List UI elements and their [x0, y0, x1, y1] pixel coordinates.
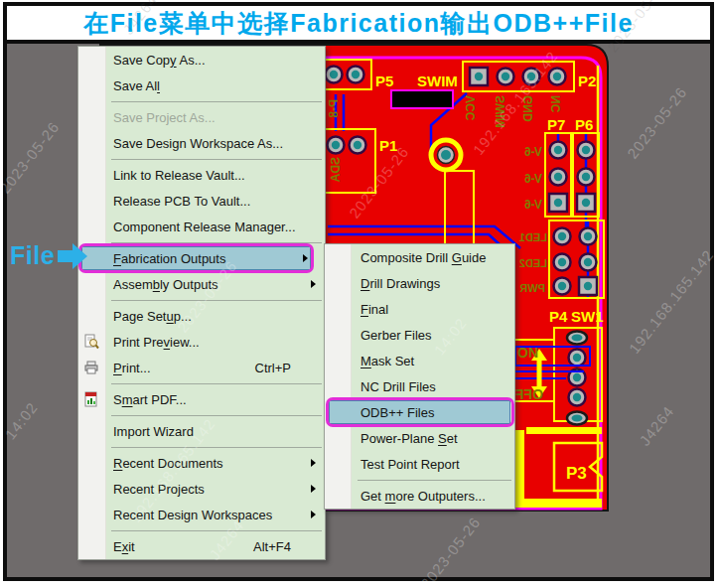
- menu-item-final[interactable]: Final: [325, 296, 514, 322]
- menu-item-mask-set[interactable]: Mask Set: [325, 348, 514, 373]
- menu-item-label: Recent Projects: [113, 482, 205, 497]
- menu-item-exit[interactable]: ExitAlt+F4: [78, 533, 325, 559]
- submenu-rows: Composite Drill GuideDrill DrawingsFinal…: [325, 244, 514, 509]
- title-divider: [7, 40, 710, 44]
- menu-item-import-wizard[interactable]: Import Wizard: [78, 418, 325, 444]
- menu-item-test-point-report[interactable]: Test Point Report: [325, 451, 514, 477]
- pcb-pin-p8: P-8: [327, 99, 341, 118]
- pcb-label-p7: P7: [547, 116, 565, 133]
- submenu-arrow-icon: [311, 280, 316, 288]
- menu-item-label: Test Point Report: [360, 457, 460, 472]
- menu-item-print[interactable]: Print...Ctrl+P: [78, 355, 325, 380]
- smart-pdf-icon: [83, 391, 99, 407]
- menu-item-label: Drill Drawings: [360, 276, 440, 291]
- menu-item-save-project-as[interactable]: Save Project As...: [78, 104, 325, 130]
- menu-item-page-setup[interactable]: Page Setup...: [78, 303, 325, 329]
- file-menu-rows: Save Copy As...Save AllSave Project As..…: [78, 47, 325, 559]
- pcb-pin-on: ON: [517, 345, 538, 361]
- menu-item-label: Final: [360, 302, 388, 317]
- menu-item-save-design-workspace-as[interactable]: Save Design Workspace As...: [78, 130, 325, 156]
- menu-item-label: Component Release Manager...: [113, 220, 296, 234]
- pcb-pin-led2: LED2: [519, 257, 547, 269]
- menu-item-label: Mask Set: [360, 354, 414, 368]
- menu-item-label: Save Copy As...: [113, 53, 206, 68]
- menu-item-label: Assembly Outputs: [113, 277, 218, 292]
- menu-shortcut: Alt+F4: [253, 539, 325, 554]
- menu-item-smart-pdf[interactable]: Smart PDF...: [78, 386, 325, 412]
- screenshot: P5 SWIM P2 P7 P6 P1 P4 SW1 P3 VCC SWIM G…: [0, 0, 720, 588]
- menu-item-label: Print...: [113, 361, 151, 375]
- menu-item-label: Smart PDF...: [113, 392, 187, 407]
- menu-item-recent-documents[interactable]: Recent Documents: [78, 450, 325, 476]
- menu-item-assembly-outputs[interactable]: Assembly Outputs: [78, 271, 325, 297]
- menu-item-label: Page Setup...: [113, 309, 192, 324]
- menu-item-composite-drill-guide[interactable]: Composite Drill Guide: [325, 244, 514, 270]
- pcb-pin-gnd: GND: [521, 95, 535, 122]
- menu-item-label: Gerber Files: [360, 328, 432, 343]
- submenu-arrow-icon: [311, 511, 316, 518]
- file-callout: File: [10, 241, 87, 270]
- pcb-label-swim: SWIM: [417, 73, 458, 89]
- pcb-component-body: [391, 90, 453, 108]
- pcb-pin-sda: SDA: [329, 157, 343, 183]
- pcb-label-p2: P2: [578, 73, 596, 89]
- menu-item-recent-design-workspaces[interactable]: Recent Design Workspaces: [78, 502, 325, 527]
- menu-item-gerber-files[interactable]: Gerber Files: [325, 322, 514, 348]
- menu-item-label: Get more Outputers...: [360, 489, 486, 504]
- menu-item-nc-drill-files[interactable]: NC Drill Files: [325, 373, 514, 399]
- menu-shortcut: Ctrl+P: [255, 361, 325, 375]
- menu-item-component-release-manager[interactable]: Component Release Manager...: [78, 214, 325, 239]
- menu-item-drill-drawings[interactable]: Drill Drawings: [325, 270, 514, 296]
- submenu-arrow-icon: [311, 459, 316, 467]
- file-callout-label: File: [10, 241, 55, 270]
- menu-item-get-more-outputers[interactable]: Get more Outputers...: [325, 483, 514, 509]
- menu-item-label: Print Preview...: [113, 335, 200, 350]
- file-callout-arrow-icon: [58, 250, 72, 262]
- pcb-pin-v6b: V-6: [524, 172, 542, 186]
- menu-item-save-all[interactable]: Save All: [78, 73, 325, 98]
- menu-item-label: Power-Plane Set: [360, 431, 458, 446]
- pcb-pin-v6c: V-6: [524, 198, 542, 212]
- pcb-pin-pwr: PWR: [519, 282, 545, 294]
- menu-item-odb-files[interactable]: ODB++ Files: [325, 399, 514, 425]
- menu-item-power-plane-set[interactable]: Power-Plane Set: [325, 425, 514, 451]
- menu-item-release-pcb-to-vault[interactable]: Release PCB To Vault...: [78, 188, 325, 214]
- submenu-arrow-icon: [303, 254, 308, 262]
- pcb-pin-vcc: VCC: [464, 95, 478, 121]
- file-callout-arrowhead-icon: [72, 243, 87, 269]
- menu-item-label: NC Drill Files: [360, 379, 436, 394]
- file-menu: Save Copy As...Save AllSave Project As..…: [77, 46, 326, 560]
- tutorial-title: 在File菜单中选择Fabrication输出ODB++File: [83, 7, 634, 40]
- menu-item-label: Recent Documents: [113, 456, 223, 471]
- pcb-label-p4: P4: [549, 308, 568, 325]
- menu-item-label: Exit: [113, 539, 135, 554]
- menu-item-label: Save All: [113, 78, 160, 93]
- menu-item-label: Release PCB To Vault...: [113, 194, 250, 209]
- menu-item-label: Import Wizard: [113, 424, 194, 439]
- pcb-label-p1: P1: [379, 137, 397, 154]
- menu-item-link-to-release-vault[interactable]: Link to Release Vault...: [78, 162, 325, 188]
- menu-item-save-copy-as[interactable]: Save Copy As...: [78, 47, 325, 73]
- fabrication-outputs-submenu: Composite Drill GuideDrill DrawingsFinal…: [324, 243, 515, 510]
- pcb-pin-swim: SWIM: [494, 95, 507, 128]
- menu-item-label: Fabrication Outputs: [113, 251, 225, 266]
- pcb-label-p5: P5: [375, 73, 393, 89]
- pcb-label-p6: P6: [575, 116, 593, 133]
- pcb-pin-off: OFF: [515, 386, 543, 402]
- pcb-label-sw1: SW1: [571, 308, 604, 325]
- menu-item-fabrication-outputs[interactable]: Fabrication Outputs: [78, 245, 325, 271]
- submenu-arrow-icon: [311, 485, 316, 493]
- print-preview-icon: [83, 334, 99, 350]
- title-bar: 在File菜单中选择Fabrication输出ODB++File: [7, 6, 710, 40]
- menu-item-label: Save Design Workspace As...: [113, 136, 283, 151]
- pcb-pin-led1: LED1: [519, 231, 547, 243]
- printer-icon: [83, 360, 99, 375]
- menu-item-label: Recent Design Workspaces: [113, 508, 272, 522]
- menu-item-label: ODB++ Files: [360, 405, 434, 420]
- pcb-pin-nc: NC: [549, 95, 563, 113]
- pcb-label-p3: P3: [566, 464, 587, 483]
- menu-item-recent-projects[interactable]: Recent Projects: [78, 476, 325, 502]
- menu-item-label: Link to Release Vault...: [113, 168, 245, 183]
- pcb-pin-v6a: V-6: [524, 145, 542, 159]
- menu-item-print-preview[interactable]: Print Preview...: [78, 329, 325, 355]
